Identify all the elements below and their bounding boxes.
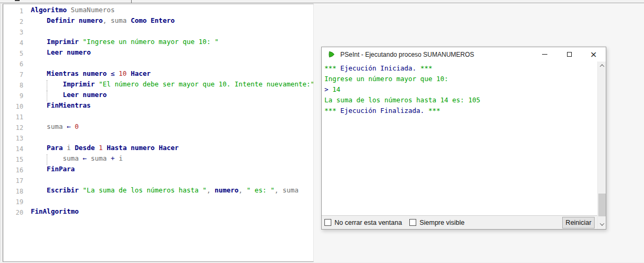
- console-body: *** Ejecución Iniciada. ***Ingrese un nú…: [322, 62, 606, 229]
- line-number: 2: [3, 18, 23, 25]
- code-line-text[interactable]: FinAlgoritmo: [31, 207, 79, 218]
- close-button[interactable]: ×: [581, 47, 606, 62]
- console-output-line: *** Ejecución Finalizada. ***: [324, 107, 597, 117]
- code-area[interactable]: 1Algoritmo SumaNumeros2 Definir numero, …: [3, 4, 313, 218]
- maximize-button[interactable]: [557, 47, 581, 62]
- text-segment: suma: [63, 154, 83, 162]
- text-segment: FinPara: [47, 165, 75, 173]
- code-line: 11: [3, 112, 313, 122]
- text-segment: " es: ": [246, 186, 274, 194]
- text-segment: Hasta: [107, 144, 131, 152]
- code-editor[interactable]: 1Algoritmo SumaNumeros2 Definir numero, …: [3, 4, 314, 262]
- text-segment: ***: [324, 64, 340, 72]
- console-title-bar[interactable]: PSeInt - Ejecutando proceso SUMANUMEROS …: [322, 47, 606, 62]
- text-segment: ←: [83, 154, 91, 162]
- line-number: 19: [3, 198, 23, 206]
- text-segment: ***: [424, 107, 440, 115]
- text-segment: Imprimir: [63, 80, 99, 88]
- scroll-up-button[interactable]: [598, 62, 606, 70]
- text-segment: numero: [67, 48, 91, 56]
- code-line-text[interactable]: Leer numero: [31, 91, 107, 101]
- code-line-text[interactable]: Imprimir "El número debe ser mayor que 1…: [31, 80, 314, 91]
- code-line-text[interactable]: Algoritmo SumaNumeros: [31, 6, 115, 16]
- code-line-text[interactable]: Para i Desde 1 Hasta numero Hacer: [31, 144, 179, 154]
- text-segment: ,: [207, 186, 214, 194]
- text-segment: ,: [238, 186, 246, 194]
- console-output[interactable]: *** Ejecución Iniciada. ***Ingrese un nú…: [322, 62, 597, 215]
- restart-button[interactable]: Reiniciar: [562, 217, 595, 229]
- checkbox-box: [409, 219, 416, 226]
- console-footer: No cerrar esta ventana Siempre visible R…: [322, 215, 597, 229]
- line-number: 18: [3, 188, 23, 195]
- line-number: 16: [3, 166, 23, 174]
- text-segment: numero: [83, 91, 107, 99]
- text-segment: Imprimir: [47, 38, 83, 46]
- console-output-line: La suma de los números hasta 14 es: 105: [324, 96, 597, 107]
- text-segment: Algoritmo: [31, 6, 67, 14]
- line-number: 17: [3, 177, 23, 185]
- checkbox-siempre-visible[interactable]: Siempre visible: [409, 219, 465, 226]
- text-segment: numero: [79, 16, 102, 24]
- line-number: 3: [3, 29, 23, 36]
- text-segment: 14: [329, 85, 341, 93]
- code-line-text[interactable]: FinPara: [31, 165, 75, 176]
- code-line: 20FinAlgoritmo: [3, 207, 313, 218]
- line-number: 5: [3, 50, 23, 57]
- code-line-text[interactable]: Imprimir "Ingrese un número mayor que 10…: [31, 38, 219, 48]
- line-number: 14: [3, 145, 23, 153]
- code-line-text[interactable]: suma ← suma + i: [31, 154, 123, 165]
- text-segment: ***: [416, 64, 432, 72]
- editor-outer-border: [1, 4, 1, 261]
- text-segment: "Ingrese un número mayor que 10: ": [83, 38, 219, 46]
- text-segment: suma: [91, 154, 111, 162]
- indent-guide-line: [47, 80, 47, 91]
- text-segment: Definir: [47, 16, 79, 24]
- code-line: 8 Imprimir "El número debe ser mayor que…: [3, 80, 313, 91]
- text-segment: "La suma de los números hasta ": [83, 186, 207, 194]
- scrollbar-thumb[interactable]: [598, 194, 606, 216]
- line-number: 1: [3, 7, 23, 15]
- text-segment: Ejecución Iniciada.: [340, 64, 416, 72]
- scroll-down-button[interactable]: [598, 220, 606, 229]
- text-segment: suma: [111, 16, 131, 24]
- caption-buttons: ×: [533, 47, 606, 62]
- minimize-icon: [542, 54, 547, 55]
- pseint-logo-icon: [328, 50, 336, 58]
- text-segment: ,: [274, 186, 282, 194]
- code-line-text[interactable]: FinMientras: [31, 101, 91, 112]
- text-segment: FinMientras: [47, 101, 91, 109]
- text-segment: >: [324, 85, 329, 93]
- code-line: 3: [3, 27, 313, 38]
- window-title: PSeInt - Ejecutando proceso SUMANUMEROS: [340, 51, 474, 58]
- line-number: 9: [3, 92, 23, 100]
- line-number: 13: [3, 135, 23, 142]
- code-line-text[interactable]: Escribir "La suma de los números hasta "…: [31, 186, 298, 197]
- code-line: 9 Leer numero: [3, 91, 313, 101]
- checkbox-no-cerrar[interactable]: No cerrar esta ventana: [324, 219, 402, 226]
- text-segment: Mientras: [47, 69, 83, 77]
- line-number: 20: [3, 209, 23, 216]
- text-segment: numero: [214, 186, 238, 194]
- line-number: 7: [3, 71, 23, 78]
- line-number: 4: [3, 39, 23, 47]
- code-line-text[interactable]: Definir numero, suma Como Entero: [31, 16, 175, 27]
- code-line-text[interactable]: suma ← 0: [31, 122, 79, 133]
- text-segment: Para: [47, 144, 67, 152]
- console-window: PSeInt - Ejecutando proceso SUMANUMEROS …: [321, 47, 606, 230]
- code-line-text[interactable]: Mientras numero ≤ 10 Hacer: [31, 69, 151, 80]
- line-number: 15: [3, 156, 23, 163]
- code-line: 7 Mientras numero ≤ 10 Hacer: [3, 69, 313, 80]
- code-line-text[interactable]: Leer numero: [31, 48, 91, 59]
- text-segment: ←: [67, 122, 75, 130]
- text-segment: +: [111, 154, 119, 162]
- code-line: 16 FinPara: [3, 165, 313, 176]
- line-number: 10: [3, 103, 23, 110]
- text-segment: 10: [119, 69, 131, 77]
- minimize-button[interactable]: [533, 47, 557, 62]
- chevron-up-icon: [599, 64, 604, 68]
- text-segment: Leer: [47, 48, 67, 56]
- text-segment: FinAlgoritmo: [31, 207, 79, 215]
- console-output-line: *** Ejecución Iniciada. ***: [324, 64, 597, 75]
- console-scrollbar[interactable]: [597, 62, 606, 229]
- text-segment: La suma de los números hasta 14 es: 105: [324, 96, 480, 104]
